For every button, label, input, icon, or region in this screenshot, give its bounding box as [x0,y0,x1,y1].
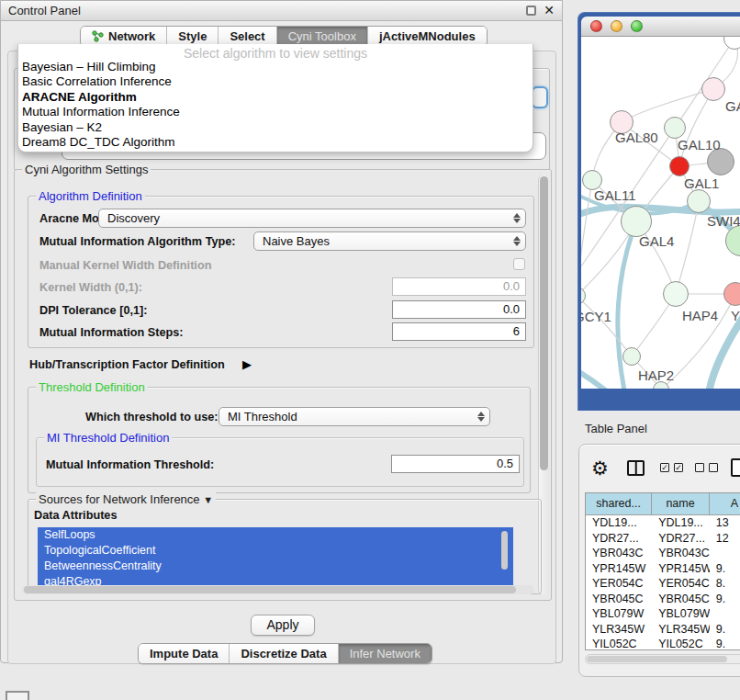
table-cell: YDR27... [586,531,652,547]
attribute-item[interactable]: SelfLoops [38,527,513,543]
table-cell: YER054C [586,576,652,592]
network-node[interactable] [663,281,689,307]
table-cell: YBR045C [652,592,710,607]
mi-type-combo[interactable]: Naive Bayes [253,231,526,251]
dropdown-item[interactable]: Basic Correlation Inference [18,74,533,89]
settings-scrollbar-thumb[interactable] [540,176,548,470]
node-label: GAL11 [594,187,636,203]
table-cell [710,546,740,561]
table-row[interactable]: YBR043CYBR043C [586,546,740,561]
mi-steps-field[interactable]: 6 [392,322,526,341]
which-threshold-combo[interactable]: MI Threshold [219,407,490,426]
manual-kernel-checkbox[interactable] [513,258,525,270]
table-row[interactable]: YER054CYER054C8. [586,576,740,592]
network-node[interactable] [701,77,725,101]
settings-hscroll-thumb[interactable] [24,586,516,593]
float-window-icon[interactable] [526,6,536,16]
network-canvas[interactable]: GALGAL80GAL10GAL1GAL11SWI4GAL4GCY1HAP4YH… [581,37,740,389]
apply-button[interactable]: Apply [251,615,315,636]
attributes-scrollbar-thumb[interactable] [501,531,508,570]
control-panel-window: Control Panel ✕ NetworkStyleSelectCyni T… [0,0,563,663]
settings-horizontal-scrollbar[interactable] [22,585,534,594]
table-cell: 9. [710,592,740,607]
column-header[interactable]: name [652,493,710,514]
dropdown-item[interactable]: Bayesian – Hill Climbing [18,60,533,74]
dpi-tolerance-field[interactable]: 0.0 [392,300,526,319]
table-cell: YBR043C [652,546,710,561]
mac-close-icon[interactable] [590,20,602,32]
attribute-item[interactable]: TopologicalCoefficient [38,543,513,559]
collapse-down-icon[interactable]: ▼ [203,494,213,505]
column-header[interactable]: shared... [586,493,652,514]
checked-checkbox-icon[interactable]: ✓ [674,463,683,472]
bottom-tab-impute-data[interactable]: Impute Data [139,644,230,663]
tab-label: jActiveMNodules [379,29,476,43]
node-table[interactable]: shared...nameAYDL19...YDL19...13YDR27...… [585,492,740,650]
node-label: GAL1 [684,175,719,191]
mi-type-value: Naive Bayes [263,234,330,248]
mi-threshold-field[interactable]: 0.5 [391,455,520,473]
unchecked-checkbox-icon[interactable] [709,463,718,472]
algorithm-definition-title: Algorithm Definition [36,189,145,203]
column-header[interactable]: A [710,493,740,514]
kernel-width-field[interactable]: 0.0 [392,277,526,296]
network-node[interactable] [622,347,641,366]
close-icon[interactable]: ✕ [544,6,555,16]
node-label: Y [731,308,740,323]
bottom-tab-label: Infer Network [350,647,420,660]
tab-network[interactable]: Network [81,27,167,46]
bottom-tab-infer-network[interactable]: Infer Network [339,644,432,663]
bottom-tab-discretize-data[interactable]: Discretize Data [230,644,338,663]
tab-jactivemnodules[interactable]: jActiveMNodules [368,27,487,46]
threshold-definition-title: Threshold Definition [36,380,148,394]
table-row[interactable]: YDR27...YDR27...12 [586,531,740,547]
table-row[interactable]: YIL052CYIL052C9. [586,637,740,650]
algorithm-dropdown-popup: Select algorithm to view settings Bayesi… [17,44,533,152]
tab-style[interactable]: Style [167,27,219,46]
table-panel-title: Table Panel [585,422,647,435]
bottom-tab-bar: Impute DataDiscretize DataInfer Network [138,643,432,664]
gear-icon[interactable]: ⚙ [591,457,609,480]
table-row[interactable]: YLR345WYLR345W9. [586,622,740,638]
algorithm-combo-stepper[interactable] [532,86,548,108]
page-icon[interactable] [731,458,740,477]
tab-cyni-toolbox[interactable]: Cyni Toolbox [277,27,368,46]
table-horizontal-scrollbar[interactable] [585,654,740,664]
table-panel-window: ⚙ ✓ ✓ shared...nameAYDL19...YDL19...13YD… [578,444,740,677]
tab-label: Style [178,29,207,43]
columns-icon[interactable] [627,460,645,476]
dropdown-item[interactable]: Bayesian – K2 [18,120,533,135]
table-row[interactable]: YBR045CYBR045C9. [586,592,740,607]
table-row[interactable]: YDL19...YDL19...13 [586,515,740,531]
expand-right-icon[interactable]: ▶ [242,357,252,371]
kernel-width-label: Kernel Width (0,1): [39,281,142,294]
combo-stepper-icon [511,211,521,225]
data-attributes-list[interactable]: SelfLoopsTopologicalCoefficientBetweenne… [38,527,513,592]
mac-zoom-icon[interactable] [631,20,643,32]
checked-checkbox-icon[interactable]: ✓ [660,463,669,472]
table-row[interactable]: YPR145WYPR145W9. [586,561,740,577]
tab-select[interactable]: Select [219,27,276,46]
sources-title-text: Sources for Network Inference [39,492,200,506]
mac-minimize-icon[interactable] [611,20,622,32]
table-cell: 13 [710,515,740,531]
collapsed-panel-chip[interactable] [6,691,29,700]
threshold-definition-group: Threshold Definition Which threshold to … [28,387,531,493]
dropdown-item[interactable]: ARACNE Algorithm [18,90,533,105]
table-cell: YIL052C [586,637,652,650]
table-row[interactable]: YBL079WYBL079W [586,606,740,622]
table-hscroll-thumb[interactable] [587,656,727,662]
aracne-mode-combo[interactable]: Discovery [98,209,526,228]
dropdown-item[interactable]: Mutual Information Inference [18,105,533,119]
network-node[interactable] [621,206,652,237]
attribute-item[interactable]: BetweennessCentrality [38,559,513,574]
table-cell: 9. [710,622,740,638]
network-node[interactable] [687,189,711,213]
unchecked-checkbox-icon[interactable] [695,463,704,472]
mi-threshold-group: MI Threshold Definition Mutual Informati… [36,437,524,487]
network-window-titlebar[interactable] [581,17,740,37]
network-node[interactable] [669,156,690,176]
tab-label: Select [230,29,264,43]
network-node[interactable] [664,117,686,139]
dropdown-item[interactable]: Dream8 DC_TDC Algorithm [18,135,533,150]
